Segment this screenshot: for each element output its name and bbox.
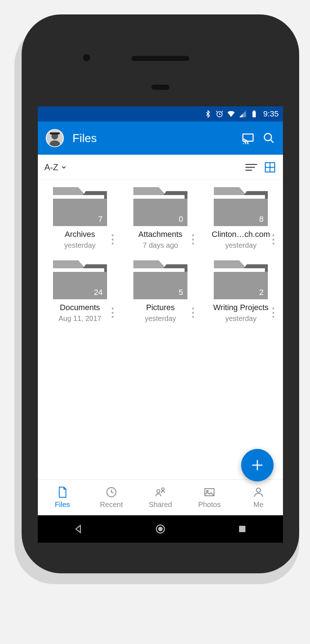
tab-me[interactable]: Me (234, 480, 283, 515)
avatar[interactable] (46, 129, 64, 147)
folder-name: Attachments (128, 230, 193, 239)
sort-button[interactable]: A-Z (44, 162, 67, 172)
folder-tile[interactable]: 5 Pictures yesterday (122, 260, 199, 323)
tab-label: Files (55, 500, 70, 509)
folder-tile[interactable]: 7 Archives yesterday (41, 187, 118, 250)
folder-icon: 24 (53, 260, 107, 299)
tab-label: Recent (100, 500, 123, 509)
folder-name: Writing Projects (208, 303, 273, 312)
list-view-button[interactable] (245, 161, 258, 174)
cast-icon[interactable] (242, 132, 254, 144)
battery-icon (250, 110, 258, 118)
folder-menu-button[interactable] (189, 305, 198, 320)
svg-point-20 (157, 490, 160, 493)
bluetooth-icon (204, 110, 212, 118)
system-nav-bar (38, 515, 283, 543)
folder-date: yesterday (41, 241, 118, 250)
tab-shared[interactable]: Shared (136, 480, 185, 515)
svg-point-27 (158, 527, 163, 531)
folder-name: Archives (48, 230, 112, 239)
folder-icon: 7 (53, 187, 107, 226)
tab-bar: FilesRecentSharedPhotosMe (38, 479, 283, 515)
folder-grid: 7 Archives yesterday 0 Attachments 7 day… (41, 187, 279, 323)
tab-label: Me (253, 500, 264, 509)
folder-icon: 8 (214, 187, 268, 226)
folder-count: 24 (94, 288, 102, 297)
folder-icon: 5 (133, 260, 187, 299)
svg-rect-1 (253, 111, 256, 118)
folder-tile[interactable]: 0 Attachments 7 days ago (122, 187, 199, 250)
chevron-down-icon (61, 164, 67, 171)
folder-date: yesterday (122, 314, 199, 323)
phone-frame: 9:35 Files A-Z (22, 14, 299, 573)
content: 7 Archives yesterday 0 Attachments 7 day… (38, 180, 283, 479)
phone-camera (83, 54, 90, 61)
folder-count: 0 (179, 215, 183, 224)
plus-icon (251, 458, 264, 472)
folder-menu-button[interactable] (269, 305, 278, 320)
grid-view-button[interactable] (264, 161, 276, 174)
tab-recent[interactable]: Recent (87, 480, 136, 515)
wifi-icon (227, 110, 235, 118)
folder-count: 2 (259, 288, 264, 297)
svg-point-8 (243, 143, 244, 144)
folder-date: Aug 11, 2017 (41, 314, 118, 323)
phone-sensor (151, 85, 169, 90)
folder-count: 7 (98, 215, 102, 224)
nav-home-button[interactable] (155, 524, 166, 534)
screen: 9:35 Files A-Z (38, 106, 283, 543)
folder-tile[interactable]: 24 Documents Aug 11, 2017 (41, 260, 118, 323)
folder-date: yesterday (203, 241, 279, 250)
folder-icon: 0 (133, 187, 187, 226)
svg-rect-2 (253, 110, 255, 111)
nav-recent-button[interactable] (237, 524, 248, 534)
folder-menu-button[interactable] (269, 232, 278, 247)
folder-name: Pictures (128, 303, 193, 312)
tab-photos[interactable]: Photos (185, 480, 234, 515)
tab-files[interactable]: Files (38, 480, 87, 515)
sort-label: A-Z (44, 162, 58, 172)
folder-tile[interactable]: 2 Writing Projects yesterday (203, 260, 279, 323)
folder-icon: 2 (214, 260, 268, 299)
toolbar: A-Z (38, 155, 283, 180)
folder-name: Documents (48, 303, 112, 312)
svg-rect-7 (243, 134, 253, 141)
folder-name: Clinton…ch.com (208, 230, 273, 239)
folder-menu-button[interactable] (108, 305, 117, 320)
app-bar: Files (38, 122, 283, 155)
svg-rect-6 (50, 132, 60, 134)
folder-tile[interactable]: 8 Clinton…ch.com yesterday (203, 187, 279, 250)
status-bar: 9:35 (38, 106, 283, 122)
svg-point-9 (264, 133, 271, 141)
tab-label: Photos (198, 500, 221, 509)
svg-line-10 (270, 140, 274, 143)
phone-speaker (132, 56, 189, 61)
svg-point-24 (256, 488, 260, 492)
svg-point-21 (162, 488, 164, 490)
status-time: 9:35 (263, 109, 279, 119)
alarm-icon (216, 110, 223, 118)
folder-count: 5 (179, 288, 183, 297)
svg-rect-28 (239, 526, 245, 532)
folder-date: 7 days ago (122, 241, 199, 250)
svg-marker-25 (76, 525, 81, 533)
page-title: Files (72, 132, 233, 145)
folder-menu-button[interactable] (108, 232, 117, 247)
folder-menu-button[interactable] (189, 232, 198, 247)
tab-label: Shared (149, 500, 172, 509)
nav-back-button[interactable] (73, 524, 84, 534)
search-icon[interactable] (263, 132, 275, 144)
cellular-icon (239, 110, 247, 118)
fab-add-button[interactable] (241, 449, 274, 481)
folder-date: yesterday (203, 314, 279, 323)
folder-count: 8 (259, 215, 264, 224)
